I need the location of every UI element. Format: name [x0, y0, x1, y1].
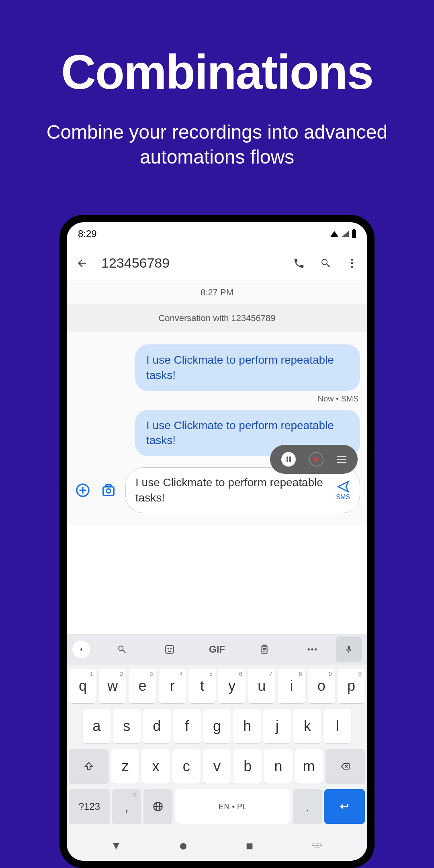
svg-rect-8: [166, 645, 174, 653]
key-v[interactable]: v: [203, 749, 231, 784]
nav-home-icon[interactable]: [178, 841, 188, 853]
key-r[interactable]: r4: [159, 669, 186, 703]
promo-subtitle: Combine your recordings into advanced au…: [24, 120, 410, 170]
key-g[interactable]: g: [203, 709, 231, 743]
send-icon[interactable]: [336, 480, 350, 493]
pause-icon[interactable]: [281, 452, 296, 467]
back-icon[interactable]: [75, 256, 89, 270]
key-n[interactable]: n: [264, 749, 292, 784]
key-e[interactable]: e3: [129, 669, 156, 703]
gif-button[interactable]: GIF: [193, 639, 241, 660]
svg-point-0: [351, 258, 353, 260]
key-i[interactable]: i8: [278, 669, 305, 703]
app-bar: 123456789: [67, 246, 367, 281]
key-b[interactable]: b: [233, 749, 262, 784]
phone-screen: 8:29 123456789 8:27 PM Conv: [67, 222, 367, 861]
symbols-key[interactable]: ?123: [69, 789, 110, 824]
kbd-search-icon[interactable]: [98, 639, 145, 660]
keyboard: q1w2e3r4t5y6u7i8o9p0 asdfghjkl zxcvbnm ?…: [67, 665, 367, 833]
sticker-icon[interactable]: [145, 639, 193, 660]
key-w[interactable]: w2: [99, 669, 126, 703]
key-c[interactable]: c: [172, 749, 201, 784]
nav-recent-icon[interactable]: [245, 842, 254, 852]
nav-keyboard-icon[interactable]: [311, 842, 323, 852]
status-time: 8:29: [78, 228, 97, 240]
send-label: SMS: [336, 493, 350, 501]
mic-icon[interactable]: [336, 637, 362, 662]
compose-input[interactable]: I use Clickmate to perform repeatable ta…: [125, 467, 360, 513]
key-u[interactable]: u7: [248, 669, 275, 703]
backspace-key[interactable]: [326, 749, 365, 784]
keyboard-toolbar: GIF: [67, 634, 367, 665]
signal-icon: [342, 231, 349, 237]
svg-rect-6: [103, 487, 114, 496]
more-dots-icon[interactable]: [289, 639, 336, 660]
compose-text: I use Clickmate to perform repeatable ta…: [135, 475, 331, 506]
key-z[interactable]: z: [111, 749, 139, 784]
svg-point-17: [311, 648, 313, 650]
key-q[interactable]: q1: [69, 669, 96, 703]
thread-time: 8:27 PM: [67, 281, 367, 304]
key-l[interactable]: l: [323, 709, 351, 743]
key-j[interactable]: j: [263, 709, 291, 743]
svg-rect-25: [247, 843, 253, 850]
overlay-menu-icon[interactable]: [337, 456, 346, 463]
battery-icon: [352, 230, 356, 238]
space-key[interactable]: EN • PL: [175, 789, 291, 824]
enter-key[interactable]: [324, 789, 365, 824]
key-s[interactable]: s: [113, 709, 141, 743]
call-icon[interactable]: [292, 256, 306, 270]
conversation-title: 123456789: [101, 255, 280, 271]
nav-back-icon[interactable]: [111, 841, 121, 853]
svg-point-16: [307, 648, 309, 650]
phone-frame: 8:29 123456789 8:27 PM Conv: [59, 215, 375, 868]
key-a[interactable]: a: [83, 709, 111, 743]
more-icon[interactable]: [345, 256, 359, 270]
key-o[interactable]: o9: [308, 669, 335, 703]
nav-bar: [67, 833, 367, 861]
period-key[interactable]: .: [293, 789, 322, 824]
message-thread: 8:27 PM Conversation with 123456789 I us…: [67, 281, 367, 526]
key-d[interactable]: d: [143, 709, 171, 743]
status-bar: 8:29: [67, 222, 367, 246]
globe-key[interactable]: [143, 789, 172, 824]
chevron-left-icon[interactable]: [72, 641, 90, 658]
message-meta: Now • SMS: [67, 394, 358, 403]
wifi-icon: [330, 231, 338, 237]
key-m[interactable]: m: [295, 749, 323, 784]
key-h[interactable]: h: [233, 709, 261, 743]
compose-row: I use Clickmate to perform repeatable ta…: [67, 467, 367, 513]
key-k[interactable]: k: [293, 709, 321, 743]
record-icon[interactable]: [309, 452, 323, 467]
recording-overlay[interactable]: [270, 445, 358, 474]
svg-point-24: [180, 843, 186, 850]
svg-point-1: [351, 262, 353, 264]
blank-area: [67, 526, 367, 634]
key-y[interactable]: y6: [218, 669, 246, 703]
svg-point-18: [315, 648, 317, 650]
add-attachment-icon[interactable]: [74, 481, 92, 499]
svg-point-2: [351, 266, 353, 268]
shift-key[interactable]: [69, 749, 108, 784]
message-bubble[interactable]: I use Clickmate to perform repeatable ta…: [135, 344, 360, 391]
key-x[interactable]: x: [141, 749, 170, 784]
key-p[interactable]: p0: [338, 669, 365, 703]
svg-point-9: [168, 648, 168, 649]
key-f[interactable]: f: [173, 709, 201, 743]
search-icon[interactable]: [318, 256, 333, 270]
clipboard-icon[interactable]: [241, 639, 288, 660]
camera-icon[interactable]: [100, 481, 117, 499]
comma-key[interactable]: ,☺: [112, 789, 141, 824]
svg-point-10: [170, 648, 171, 649]
conversation-label: Conversation with 123456789: [67, 304, 367, 332]
svg-point-7: [106, 489, 111, 493]
promo-title: Combinations: [24, 44, 410, 100]
key-t[interactable]: t5: [188, 669, 216, 703]
